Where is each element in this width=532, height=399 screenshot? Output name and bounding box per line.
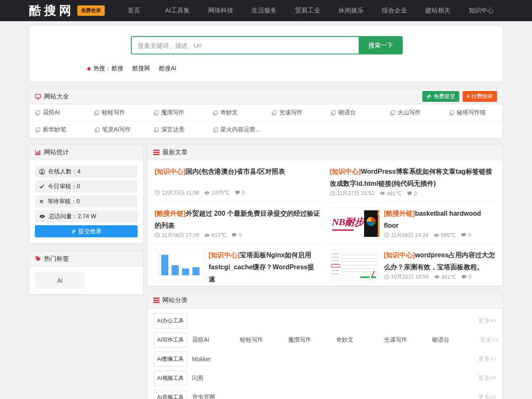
article-thumbnail-bar-chart[interactable] — [155, 249, 204, 281]
bar-chart-icon — [35, 149, 41, 155]
category-site-link[interactable]: Mokker — [192, 356, 240, 362]
category-site-link[interactable]: 魔撰写作 — [288, 336, 336, 344]
basketball-graphic — [367, 217, 376, 226]
category-label-ai-audio[interactable]: AI音频工具 — [154, 390, 187, 399]
copy-icon — [94, 127, 100, 133]
category-site-link[interactable]: 奇妙文 — [336, 336, 384, 344]
eye-icon — [204, 232, 210, 238]
stat-pending-review: 等待审核：0 — [35, 195, 138, 207]
category-site-link[interactable]: 闪剪 — [192, 374, 240, 382]
category-row: AI办公工具 更多>> — [154, 313, 497, 328]
site-stats-title: 网站统计 — [44, 148, 69, 156]
article-title-link[interactable]: [知识中心]宝塔面板Nginx如何启用 fastcgi_cache缓存？Word… — [209, 249, 321, 285]
copy-icon — [35, 110, 40, 116]
article-title-link[interactable]: [酷搜外链]basketball hardwood floor — [384, 207, 496, 232]
close-icon — [39, 199, 44, 204]
article-title-link[interactable]: [知识中心]国内(包含港澳台)省市县/区对照表 — [155, 165, 321, 177]
monitor-icon — [35, 94, 41, 100]
more-link[interactable]: 更多>> — [478, 374, 497, 382]
fire-icon — [86, 66, 92, 71]
site-directory-panel: 网站大全 免费提交 ¥ 付费快审 晨煊AI 蛙蛙写作 魔撰写作 奇妙文 光速写作… — [29, 89, 503, 138]
category-row: AI音频工具 音虫官网 更多>> — [154, 390, 497, 399]
article-thumbnail-panel-screenshot[interactable] — [330, 249, 380, 281]
category-row: AI视频工具 闪剪 更多>> — [154, 371, 497, 386]
more-link[interactable]: 更多>> — [478, 317, 497, 325]
search-input[interactable] — [131, 36, 359, 54]
nav-item-home[interactable]: 首页 — [112, 7, 155, 15]
list-icon — [153, 298, 160, 303]
article-title-link[interactable]: [知识中心]WordPress博客系统如何将文章tag标签链接改成数字id.ht… — [330, 165, 496, 190]
site-link[interactable]: 奇妙文 — [207, 104, 266, 121]
site-link[interactable]: 深言达意 — [148, 121, 207, 138]
nav-item-ai-tools[interactable]: AI工具集 — [155, 7, 199, 15]
nav-item-network-tech[interactable]: 网络科技 — [199, 7, 242, 15]
nav-item-life-services[interactable]: 生活服务 — [242, 7, 286, 15]
category-label-ai-video[interactable]: AI视频工具 — [154, 371, 187, 386]
site-link[interactable]: 星火内容运营... — [207, 121, 267, 138]
top-navbar: 酷搜网 免费收录 首页 AI工具集 网络科技 生活服务 贸易工业 休闲娱乐 综合… — [0, 0, 532, 21]
more-link[interactable]: 更多>> — [478, 355, 497, 363]
hot-search-link[interactable]: 酷搜 — [112, 65, 123, 72]
nav-item-trade-industry[interactable]: 贸易工业 — [286, 7, 329, 15]
eye-icon — [434, 274, 440, 280]
nav-item-site-building[interactable]: 建站相关 — [416, 7, 459, 15]
category-site-link[interactable]: 晓语台 — [432, 336, 480, 344]
site-link[interactable]: 火山写作 — [384, 104, 443, 121]
site-link[interactable]: 新华妙笔 — [30, 121, 89, 138]
category-label-ai-writing[interactable]: AI写作工具 — [154, 332, 187, 347]
clock-icon — [384, 274, 389, 280]
site-stats-panel: 网站统计 在线人数：4 今日审核：0 等待审核：0 总访问量：2.74 W 提交… — [29, 144, 143, 243]
more-link[interactable]: 更多>> — [480, 336, 498, 344]
eye-icon — [433, 232, 439, 238]
nav-item-enterprise[interactable]: 综合企业 — [373, 7, 416, 15]
hot-search-link[interactable]: 酷搜AI — [159, 65, 176, 72]
submit-listing-button[interactable]: 提交收录 — [35, 225, 138, 237]
hot-tags-panel: 热门标签 AI — [29, 251, 143, 295]
site-directory-title: 网站大全 — [44, 93, 69, 101]
site-categories-panel: 网站分类 AI办公工具 更多>> AI写作工具 晨煊AI 蛙蛙写作 魔撰写作 奇… — [148, 293, 503, 399]
free-submit-button[interactable]: 免费提交 — [422, 91, 459, 102]
site-logo[interactable]: 酷搜网 — [29, 2, 74, 19]
category-site-link[interactable]: 蛙蛙写作 — [240, 336, 288, 344]
link-icon — [426, 94, 431, 99]
article-title-link[interactable]: [酷搜外链]外贸超过 200 个最新免费目录提交的经过验证的列表 — [155, 207, 321, 232]
site-link[interactable]: 蛙蛙写作 — [89, 104, 148, 121]
paid-review-button[interactable]: ¥ 付费快审 — [463, 91, 497, 102]
search-button[interactable]: 搜索一下 — [359, 36, 403, 54]
nav-item-knowledge[interactable]: 知识中心 — [460, 7, 503, 15]
hot-search-link[interactable]: 酷搜网 — [133, 65, 150, 72]
tag-ai[interactable]: AI — [35, 272, 85, 289]
category-site-link[interactable]: 音虫官网 — [192, 394, 240, 399]
copy-icon — [271, 110, 277, 116]
site-link[interactable]: 晨煊AI — [30, 104, 89, 121]
site-link[interactable]: 秘塔写作猫 — [443, 104, 502, 121]
free-submit-badge[interactable]: 免费收录 — [77, 5, 105, 16]
nav-item-leisure[interactable]: 休闲娱乐 — [329, 7, 372, 15]
search-panel: 搜索一下 热搜： 酷搜 酷搜网 酷搜AI — [29, 26, 503, 82]
copy-icon — [35, 127, 40, 133]
site-link[interactable]: 光速写作 — [266, 104, 325, 121]
article-title-link[interactable]: [知识中心]wordpress占用内容过大怎么办？亲测有效，宝塔面板教程。 — [384, 249, 496, 273]
link-icon — [71, 229, 76, 234]
category-label-ai-image[interactable]: AI图像工具 — [154, 352, 187, 367]
latest-articles-panel: 最新文章 [知识中心]国内(包含港澳台)省市县/区对照表 12月23日 11:0… — [148, 144, 503, 286]
tag-icon — [35, 256, 41, 262]
site-link[interactable]: 晓语台 — [325, 104, 384, 121]
site-link[interactable]: 笔灵AI写作 — [89, 121, 148, 138]
category-site-link[interactable]: 光速写作 — [384, 336, 432, 344]
site-categories-title: 网站分类 — [163, 296, 187, 304]
site-link[interactable]: 魔撰写作 — [148, 104, 207, 121]
article-item: [知识中心]宝塔面板Nginx如何启用 fastcgi_cache缓存？Word… — [151, 244, 324, 286]
stat-reviewed-today: 今日审核：0 — [35, 180, 138, 192]
article-item: [酷搜外链]外贸超过 200 个最新免费目录提交的经过验证的列表 11月06日 … — [151, 202, 324, 244]
category-row: AI图像工具 Mokker 更多>> — [154, 352, 497, 367]
copy-icon — [153, 110, 159, 116]
category-site-link[interactable]: 晨煊AI — [192, 336, 240, 344]
clock-icon — [384, 232, 389, 238]
list-icon — [153, 150, 160, 155]
article-thumbnail-nb-logo[interactable]: NB耐步 FIBA — [330, 207, 380, 239]
category-label-ai-office[interactable]: AI办公工具 — [154, 313, 187, 328]
stat-online-users: 在线人数：4 — [35, 165, 138, 177]
copy-icon — [94, 110, 99, 116]
more-link[interactable]: 更多>> — [478, 394, 497, 399]
